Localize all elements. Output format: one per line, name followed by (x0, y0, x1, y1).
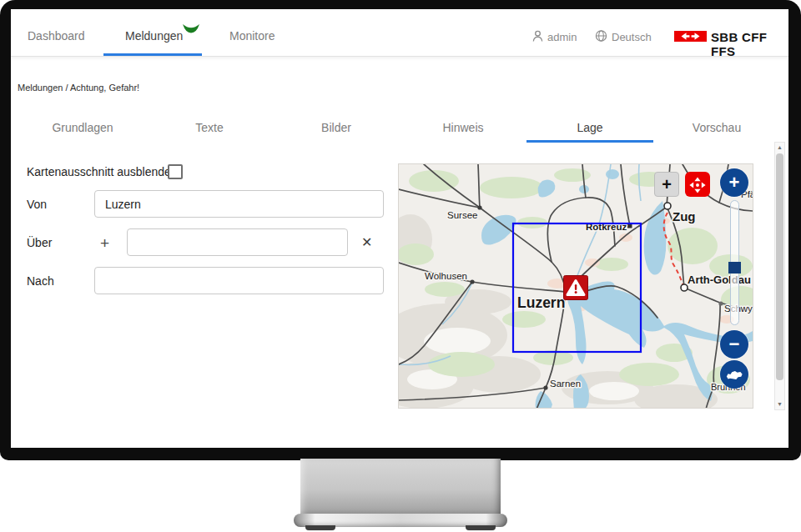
monitor-foot-right (466, 525, 496, 530)
map-label-wolhusen: Wolhusen (425, 271, 467, 281)
map-label-arth-goldau: Arth-Goldau (688, 274, 751, 286)
pan-mode-button[interactable] (685, 172, 710, 197)
switzerland-extent-button[interactable] (720, 360, 748, 389)
monitor-foot-left (305, 525, 335, 530)
map-label-sursee: Sursee (447, 210, 477, 220)
zoom-slider-handle[interactable] (728, 262, 741, 274)
monitor-stand (300, 459, 501, 515)
hide-map-checkbox[interactable] (168, 164, 183, 179)
screen: Dashboard Meldungen Monitore admin Deuts… (11, 9, 788, 448)
add-via-icon[interactable]: + (100, 235, 109, 251)
tab-bar: Grundlagen Texte Bilder Hinweis Lage Vor… (19, 117, 780, 142)
zoom-out-button[interactable]: − (720, 330, 748, 359)
map-label-luzern: Luzern (517, 294, 565, 311)
nav-dashboard[interactable]: Dashboard (28, 29, 85, 43)
status-badge-icon (182, 23, 200, 33)
switzerland-icon (725, 369, 743, 381)
von-input[interactable] (94, 190, 384, 218)
ueber-input[interactable] (127, 228, 348, 256)
user-icon (531, 29, 544, 43)
nav-meldungen[interactable]: Meldungen (125, 29, 183, 43)
tab-lage[interactable]: Lage (526, 117, 653, 142)
globe-icon (595, 29, 607, 43)
app-header: Dashboard Meldungen Monitore admin Deuts… (11, 9, 788, 57)
scrollbar-up-arrow[interactable]: ▲ (775, 143, 784, 153)
map-label-sarnen: Sarnen (550, 379, 581, 389)
scrollbar-down-arrow[interactable]: ▼ (775, 399, 784, 409)
tab-hinweis[interactable]: Hinweis (400, 117, 526, 142)
breadcrumb: Meldungen / Achtung, Gefahr! (18, 83, 139, 93)
map-canvas[interactable]: Sursee Rotkreuz Zug Wolhusen Luzern Arth… (398, 163, 753, 409)
brand-name: SBB CFF FFS (711, 30, 788, 58)
nach-input[interactable] (94, 267, 384, 294)
monitor-bezel: Dashboard Meldungen Monitore admin Deuts… (0, 0, 801, 460)
tab-grundlagen[interactable]: Grundlagen (19, 117, 146, 142)
active-nav-underline (103, 53, 202, 56)
hide-map-label: Kartenausschnitt ausblenden (27, 165, 178, 178)
overview-map-button[interactable]: + (654, 172, 679, 197)
tab-texte[interactable]: Texte (146, 117, 273, 142)
scrollbar-thumb[interactable] (776, 153, 783, 380)
map-label-zug: Zug (673, 209, 696, 223)
von-label: Von (27, 198, 47, 211)
clear-via-icon[interactable]: ✕ (361, 236, 372, 249)
move-icon (688, 175, 708, 195)
language-selector[interactable]: Deutsch (612, 31, 652, 43)
tab-vorschau[interactable]: Vorschau (653, 117, 780, 142)
warning-marker-icon[interactable] (563, 275, 588, 300)
zoom-in-button[interactable]: + (720, 168, 748, 197)
ueber-label: Über (27, 236, 52, 249)
tab-bilder[interactable]: Bilder (273, 117, 400, 142)
user-name[interactable]: admin (547, 31, 577, 43)
sbb-logo-icon (674, 31, 707, 42)
nach-label: Nach (27, 274, 54, 288)
nav-monitore[interactable]: Monitore (229, 29, 275, 43)
page-scrollbar[interactable]: ▲ ▼ (774, 142, 785, 410)
